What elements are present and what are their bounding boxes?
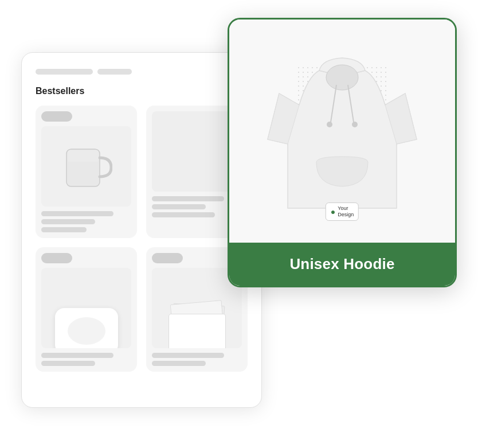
- hoodie-label-bar: Unisex Hoodie: [229, 243, 455, 286]
- design-badge-icon: ●: [331, 207, 335, 216]
- product-line: [41, 211, 113, 216]
- mug-icon: [61, 138, 112, 195]
- product-line: [152, 196, 224, 201]
- svg-point-4: [326, 65, 358, 90]
- bestsellers-heading: Bestsellers: [36, 86, 248, 96]
- top-bar-pill-2: [97, 69, 132, 75]
- design-badge: ● Your Design: [326, 202, 359, 221]
- svg-point-7: [327, 122, 332, 127]
- product-tag-envelope: [152, 253, 183, 263]
- product-line: [152, 361, 206, 366]
- product-line: [152, 212, 215, 217]
- top-bar-pill-1: [36, 69, 93, 75]
- product-line: [41, 227, 87, 232]
- product-lines-mug: [41, 211, 131, 232]
- hoodie-illustration: [256, 42, 428, 220]
- store-grid: [36, 106, 248, 372]
- product-lines-envelope: [152, 353, 242, 366]
- product-line: [152, 204, 206, 209]
- product-line: [41, 361, 95, 366]
- product-lines-pillow: [41, 353, 131, 366]
- product-cell-pillow: [36, 247, 137, 372]
- hoodie-image-area: ● Your Design: [229, 20, 455, 243]
- pillow-placeholder: [41, 268, 131, 348]
- hoodie-label-text: Unisex Hoodie: [289, 255, 394, 273]
- product-tag-mug: [41, 111, 72, 122]
- design-badge-text: Your Design: [338, 205, 354, 218]
- product-line: [152, 353, 224, 358]
- product-cell-mug: [36, 106, 137, 238]
- product-image-mug: [41, 126, 131, 207]
- product-tag-pillow: [41, 253, 72, 263]
- svg-point-8: [352, 122, 358, 127]
- store-top-bar: [36, 69, 248, 75]
- product-image-pillow: [41, 268, 131, 348]
- product-line: [41, 219, 95, 224]
- pillow-icon: [55, 308, 118, 348]
- scene: Bestsellers: [21, 18, 457, 431]
- product-line: [41, 353, 113, 358]
- svg-rect-1: [68, 150, 99, 162]
- envelope-body: [169, 314, 226, 348]
- envelope-icon: [169, 308, 226, 348]
- store-card: Bestsellers: [21, 52, 262, 408]
- hoodie-card[interactable]: ● Your Design Unisex Hoodie: [228, 18, 457, 287]
